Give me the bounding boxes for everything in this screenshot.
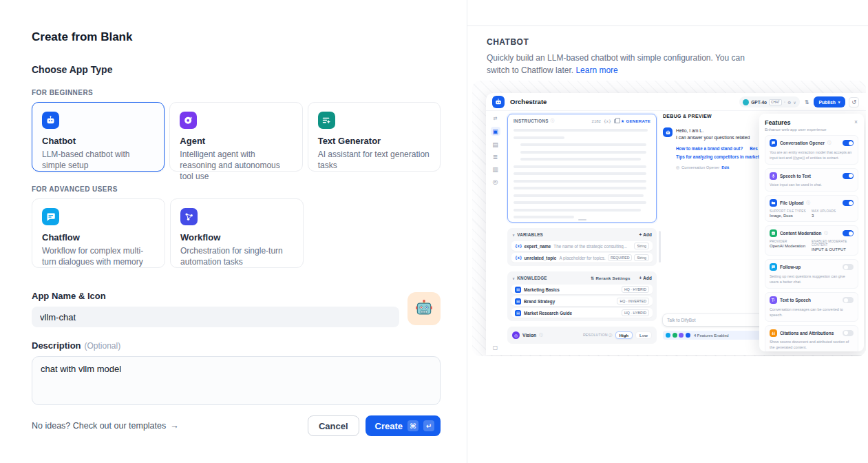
templates-link[interactable]: No ideas? Check out our templates → xyxy=(32,421,179,431)
feature-card-text-to-speech: Text to Speech Conversation messages can… xyxy=(765,292,858,322)
char-count: 2182 xyxy=(592,119,601,123)
speech-feature-dot xyxy=(679,333,684,338)
chat-mode-tag: CHAT xyxy=(769,99,782,105)
create-app-modal: Create from Blank Choose App Type FOR BE… xyxy=(0,0,467,463)
app-type-card-chatflow[interactable]: Chatflow Workflow for complex multi-turn… xyxy=(32,198,165,268)
toggle xyxy=(843,330,854,336)
card-desc: Workflow for complex multi-turn dialogue… xyxy=(42,246,155,268)
swap-icon: ⇄ xyxy=(494,116,498,121)
bot-greeting: Hello, I am L. I can answer your questio… xyxy=(676,127,759,141)
mock-page-title: Orchestrate xyxy=(510,98,547,105)
sidebar-orchestrate-icon: ▣ xyxy=(491,127,500,136)
opener-edit-link: Edit xyxy=(721,165,729,169)
text-to-speech-icon xyxy=(770,296,777,304)
mock-config-column: INSTRUCTIONS ⓘ 2182 {x} ★ GENERATE xyxy=(507,114,657,344)
mock-scrollbar xyxy=(659,231,661,263)
card-title: Agent xyxy=(180,136,292,146)
citations-icon xyxy=(770,329,777,337)
workflow-icon xyxy=(180,208,198,225)
preview-top-strip xyxy=(467,0,868,26)
knowledge-row: ▤ Market Research Guide HQ · HYBRID xyxy=(511,308,653,318)
feature-card-content-moderation: Content Moderation ⓘ PROVIDEROpenAI Mode… xyxy=(765,225,858,256)
info-icon: ⓘ xyxy=(806,200,810,205)
close-icon: × xyxy=(854,119,858,125)
opener-icon: ◎ xyxy=(676,165,679,169)
history-icon: ↺ xyxy=(849,97,859,107)
chevron-down-icon: ∨ xyxy=(512,233,515,237)
card-title: Text Generator xyxy=(318,136,430,146)
cmd-key-icon: ⌘ xyxy=(407,420,419,431)
chatbot-icon xyxy=(42,112,59,129)
toggle xyxy=(843,200,854,206)
sidebar-list-icon: ≣ xyxy=(493,154,498,161)
feature-card-speech-to-text: Speech to Text Voice input can be used i… xyxy=(765,168,858,192)
knowledge-row: ▤ Brand Strategy HQ · INVERTED xyxy=(511,296,653,306)
copy-icon xyxy=(614,119,617,123)
description-optional-label: (Optional) xyxy=(85,341,121,351)
prompt-placeholder-lines xyxy=(514,129,650,218)
app-name-label: App Name & Icon xyxy=(32,291,441,301)
follow-up-icon xyxy=(770,263,777,271)
learn-more-link[interactable]: Learn more xyxy=(575,65,617,75)
feature-card-follow-up: Follow-up Setting up next questions sugg… xyxy=(765,259,858,289)
advanced-cards-row: Chatflow Workflow for complex multi-turn… xyxy=(32,198,441,268)
app-type-card-agent[interactable]: Agent Intelligent agent with reasoning a… xyxy=(169,102,302,172)
temperature-icon: ◦ xyxy=(784,100,785,104)
mock-sidebar: ⇄ ▣ ▤ ≣ ▥ ◎ xyxy=(486,111,505,355)
cancel-button[interactable]: Cancel xyxy=(308,415,359,436)
toggle xyxy=(843,140,854,146)
modal-title: Create from Blank xyxy=(32,30,441,44)
knowledge-row: ▤ Marketing Basics HQ · HYBRID xyxy=(511,285,653,294)
app-name-row xyxy=(32,307,441,327)
create-button[interactable]: Create ⌘ ↵ xyxy=(366,415,441,436)
info-icon: ⓘ xyxy=(824,231,828,236)
mock-topbar: Orchestrate GPT-4o CHAT ◦ ⚙ ∨ ⇅ Publish∨… xyxy=(486,93,866,111)
rerank-settings-button: ⇅Rerank Settings xyxy=(591,276,631,280)
app-type-card-text-generator[interactable]: Text Generator AI assistant for text gen… xyxy=(308,102,441,172)
instructions-panel: INSTRUCTIONS ⓘ 2182 {x} ★ GENERATE xyxy=(507,114,657,223)
card-title: Chatflow xyxy=(42,232,155,243)
choose-app-type-heading: Choose App Type xyxy=(32,64,441,75)
beginner-cards-row: Chatbot LLM-based chatbot with simple se… xyxy=(32,102,441,172)
card-title: Workflow xyxy=(180,232,293,243)
sidebar-bottom-icon: ▢ xyxy=(486,344,505,351)
variables-section: ∨ VARIABLES + Add {x} expert_name The na… xyxy=(507,228,657,266)
document-icon: ▤ xyxy=(515,310,521,316)
preview-pane: CHATBOT Quickly build an LLM-based chatb… xyxy=(467,0,868,463)
features-panel: Features × Enhance web-app user experien… xyxy=(759,114,864,351)
enter-key-icon: ↵ xyxy=(423,420,434,431)
app-type-card-workflow[interactable]: Workflow Orchestration for single-turn a… xyxy=(170,198,304,268)
app-name-input[interactable] xyxy=(32,307,399,327)
feature-card-conversation-opener: Conversation Opener ⓘ You are an entity … xyxy=(765,135,858,165)
sidebar-globe-icon: ◎ xyxy=(493,178,498,185)
card-desc: AI assistant for text generation tasks xyxy=(318,150,430,172)
resolution-high-button: High xyxy=(615,331,633,339)
sidebar-note-icon: ▥ xyxy=(492,166,498,173)
app-type-card-chatbot[interactable]: Chatbot LLM-based chatbot with simple se… xyxy=(32,102,165,172)
moderation-icon xyxy=(770,229,777,237)
sidebar-image-icon: ▤ xyxy=(492,141,498,148)
group-label-beginners: FOR BEGINNERS xyxy=(32,89,441,96)
description-textarea[interactable]: chat with vllm model xyxy=(32,356,441,405)
resolution-label: RESOLUTION ⓘ xyxy=(583,333,613,338)
app-icon-picker[interactable] xyxy=(407,292,441,325)
info-icon: ⓘ xyxy=(551,119,555,123)
variable-row: {x} expert_name The name of the strategi… xyxy=(511,241,653,251)
bot-avatar xyxy=(663,127,673,137)
card-title: Chatbot xyxy=(42,136,154,146)
description-label: Description xyxy=(32,340,81,351)
knowledge-section: ∨ KNOWLEDGE ⇅Rerank Settings + Add ▤ Mar… xyxy=(507,271,657,321)
vision-icon: ◎ xyxy=(512,331,520,339)
card-desc: LLM-based chatbot with simple setup xyxy=(42,150,154,172)
chatflow-icon xyxy=(42,208,59,225)
document-icon: ▤ xyxy=(515,298,521,305)
settings-icon: ⚙ xyxy=(787,100,791,105)
app-logo-icon xyxy=(492,96,505,108)
agent-icon xyxy=(180,112,197,129)
file-upload-icon xyxy=(770,199,777,207)
generate-button: ★ GENERATE xyxy=(621,119,650,123)
insert-variable-icon: {x} xyxy=(604,119,611,123)
orchestrate-screenshot: Orchestrate GPT-4o CHAT ◦ ⚙ ∨ ⇅ Publish∨… xyxy=(486,93,866,355)
variable-row: {x} unrelated_topic A placeholder for to… xyxy=(511,253,653,263)
chevron-down-icon: ∨ xyxy=(512,276,515,280)
